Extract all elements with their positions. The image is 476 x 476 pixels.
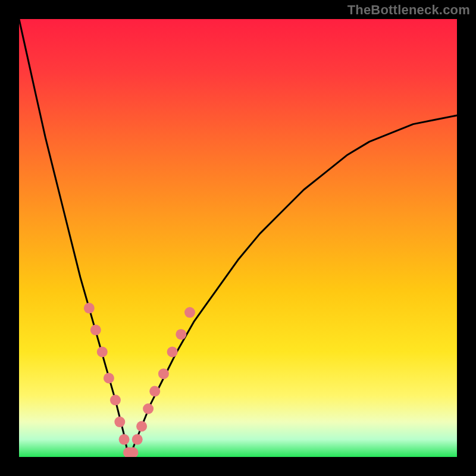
data-marker (104, 373, 114, 384)
data-marker (119, 434, 130, 445)
data-marker (97, 346, 108, 357)
data-marker (184, 307, 195, 318)
data-marker (158, 368, 169, 379)
data-marker (136, 421, 147, 432)
data-marker (167, 346, 178, 357)
data-marker (110, 394, 121, 405)
data-marker (149, 386, 160, 397)
data-marker (84, 303, 95, 314)
watermark-text: TheBottleneck.com (347, 2, 470, 18)
data-marker (143, 403, 154, 414)
data-marker (132, 434, 143, 445)
data-marker (176, 329, 186, 340)
data-marker (114, 416, 125, 427)
data-marker (90, 325, 101, 336)
